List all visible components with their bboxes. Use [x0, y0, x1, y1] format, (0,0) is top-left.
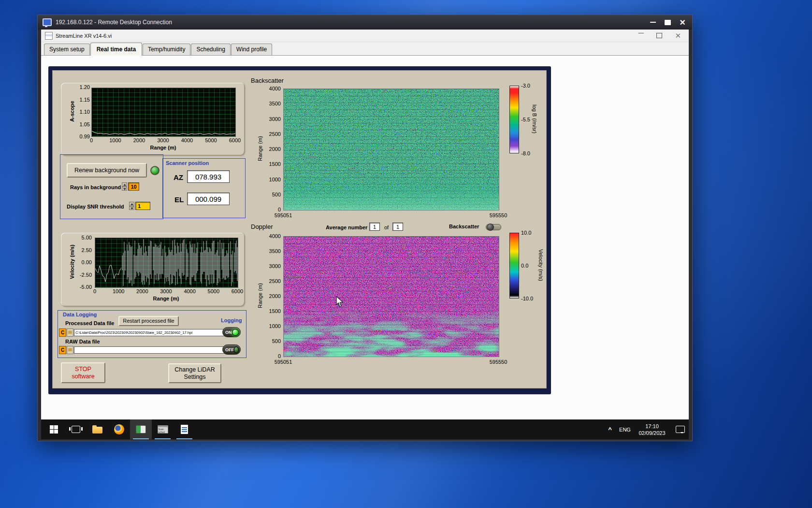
desktop: 192.168.0.122 - Remote Desktop Connectio…: [0, 0, 812, 508]
remote-desktop-app-icon: [136, 425, 146, 433]
velocity-plot-group: 5.002.500.00-2.50-5.00 01000200030004000…: [61, 233, 245, 306]
action-center-icon[interactable]: [676, 426, 685, 433]
x-tick-label: 1000: [107, 137, 124, 143]
tray-expand-chevron[interactable]: ^: [604, 426, 616, 433]
firefox-button[interactable]: [108, 419, 130, 439]
scan-scheduler-icon: Scan sched: [158, 425, 168, 433]
file-explorer-button[interactable]: [87, 419, 108, 439]
y-tick-label: 1.05: [80, 121, 90, 127]
snr-value-field[interactable]: 1: [135, 202, 150, 210]
remote-desktop-app-button[interactable]: [130, 419, 152, 439]
stop-software-button[interactable]: STOP software: [61, 362, 105, 383]
x-tick-label: 5000: [205, 288, 222, 294]
x-tick-label: 0: [86, 288, 103, 294]
el-label: EL: [174, 195, 184, 204]
change-lidar-settings-button[interactable]: Change LiDAR Settings: [168, 363, 221, 383]
x-tick-label: 3000: [155, 137, 172, 143]
backscatter-colorbar: [509, 86, 519, 153]
rdp-minimize-button[interactable]: [650, 22, 656, 23]
tab-real-time-data[interactable]: Real time data: [90, 43, 142, 56]
ascope-y-axis-label: A-scope: [69, 96, 75, 127]
processed-logging-led: [232, 329, 239, 336]
rdp-close-button[interactable]: ×: [680, 17, 685, 27]
y-tick-label: 1.15: [80, 97, 90, 103]
logging-label: Logging: [221, 317, 242, 323]
scan-scheduler-app-button[interactable]: Scan sched: [152, 419, 174, 439]
task-view-button[interactable]: [65, 419, 87, 439]
task-view-icon: [72, 426, 80, 433]
y-tick-label: 2000: [269, 293, 281, 299]
app-titlebar[interactable]: StreamLine XR v14-6.vi ✕: [41, 30, 689, 42]
backscatter-y-axis-label: Range (m): [257, 132, 263, 165]
clock-date: 02/09/2023: [638, 430, 665, 436]
y-tick-label: 500: [272, 338, 281, 344]
x-tick-label: 4000: [178, 137, 196, 143]
backscatter-plot: [283, 89, 499, 210]
y-tick-label: 4000: [269, 233, 281, 239]
velocity-x-axis-ticks: 0100020003000400050006000: [86, 288, 246, 294]
doppler-y-axis-ticks: 40003500300025002000150010005000: [261, 233, 281, 359]
background-controls-group: Renew background now Rays in background …: [60, 154, 163, 219]
tab-temp-humidity[interactable]: Temp/humidity: [143, 44, 190, 55]
backscatter-switch-label: Backscatter: [449, 224, 479, 229]
tab-system-setup[interactable]: System setup: [44, 44, 90, 55]
processed-browse-button[interactable]: [67, 329, 73, 337]
firefox-icon: [114, 424, 124, 434]
restart-processed-file-button[interactable]: Restart processed file: [118, 316, 179, 326]
rdp-window: 192.168.0.122 - Remote Desktop Connectio…: [37, 15, 693, 441]
windows-logo-icon: [50, 425, 58, 433]
app-close-button[interactable]: ✕: [675, 33, 681, 39]
y-tick-label: 1500: [269, 308, 281, 314]
raw-logging-toggle[interactable]: OFF: [222, 344, 241, 355]
rays-spinner[interactable]: [122, 182, 127, 191]
tab-wind-profile[interactable]: Wind profile: [231, 44, 272, 55]
el-value-field[interactable]: 000.099: [187, 193, 230, 205]
raw-browse-button[interactable]: [67, 346, 73, 354]
vi-icon: [45, 32, 53, 40]
average-number-field[interactable]: 1: [369, 223, 380, 231]
y-tick-label: 3500: [269, 248, 281, 254]
x-tick-label: 1000: [110, 288, 127, 294]
snr-spinner[interactable]: [129, 202, 134, 210]
x-tick-label: 2000: [133, 288, 151, 294]
processed-logging-toggle[interactable]: ON: [222, 327, 241, 337]
taskbar-clock[interactable]: 17:10 02/09/2023: [634, 423, 670, 436]
rdp-titlebar[interactable]: 192.168.0.122 - Remote Desktop Connectio…: [38, 15, 692, 30]
app-window: StreamLine XR v14-6.vi ✕ System setup Re…: [41, 30, 689, 419]
raw-path-field[interactable]: [74, 346, 230, 354]
x-tick-label: 6000: [226, 137, 244, 143]
tab-bar: System setup Real time data Temp/humidit…: [41, 42, 689, 56]
y-tick-label: 5.00: [82, 235, 92, 240]
y-tick-label: 3000: [269, 116, 281, 122]
app-minimize-button[interactable]: [638, 33, 644, 34]
average-number-label: Average number: [326, 224, 367, 230]
az-value-field[interactable]: 078.993: [187, 170, 230, 183]
x-tick-label: 2000: [130, 137, 148, 143]
data-logging-title: Data Logging: [63, 312, 97, 317]
language-indicator[interactable]: ENG: [616, 427, 634, 433]
remote-screen: StreamLine XR v14-6.vi ✕ System setup Re…: [41, 30, 689, 439]
processed-drive-box[interactable]: C: [59, 329, 66, 337]
renew-background-button[interactable]: Renew background now: [67, 163, 147, 178]
tab-scheduling[interactable]: Scheduling: [191, 44, 230, 55]
y-tick-label: 1000: [269, 323, 281, 329]
processed-data-file-label: Processed Data file: [65, 320, 115, 326]
app-maximize-button[interactable]: [656, 33, 662, 38]
backscatter-x-start-label: 595051: [271, 212, 296, 218]
average-count-field[interactable]: 1: [392, 223, 403, 231]
backscatter-colorbar-label: log B (/m/sr): [532, 97, 537, 141]
raw-drive-box[interactable]: C: [59, 346, 66, 354]
backscatter-doppler-switch[interactable]: [486, 224, 501, 230]
backscatter-y-axis-ticks: 40003500300025002000150010005000: [261, 86, 281, 212]
rays-value-field[interactable]: 10: [128, 182, 139, 191]
rdp-maximize-button[interactable]: [665, 20, 671, 25]
y-tick-label: 500: [272, 192, 281, 197]
start-button[interactable]: [43, 419, 65, 439]
y-tick-label: 1500: [269, 161, 281, 167]
y-tick-label: 1.20: [80, 84, 90, 90]
notes-app-button[interactable]: [174, 419, 195, 439]
y-tick-label: 1.10: [80, 109, 90, 115]
processed-path-field[interactable]: C:\Lidar\Data\Proc\2023\202309\20230902\…: [74, 329, 230, 336]
y-tick-label: 2500: [269, 131, 281, 137]
y-tick-label: 0: [278, 207, 281, 212]
